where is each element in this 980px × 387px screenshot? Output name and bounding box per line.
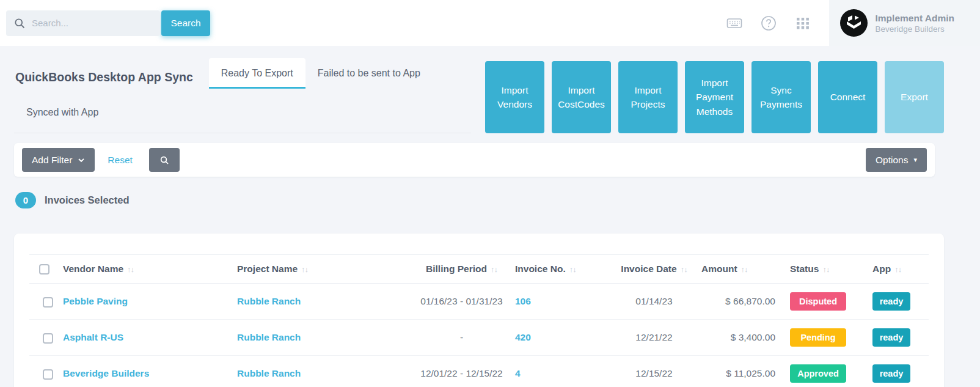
main-content: QuickBooks Desktop App Sync Ready To Exp… <box>0 58 980 387</box>
sort-icon[interactable]: ↑↓ <box>569 265 576 274</box>
import-payment-methods-button[interactable]: Import Payment Methods <box>685 61 744 133</box>
amount-cell: $ 3,400.00 <box>701 320 790 356</box>
import-costcodes-button[interactable]: Import CostCodes <box>552 61 611 133</box>
page-title: QuickBooks Desktop App Sync <box>14 61 209 94</box>
options-label: Options <box>876 155 908 166</box>
invoice-no-link[interactable]: 106 <box>515 296 531 306</box>
user-menu[interactable]: Implement Admin Beveridge Builders <box>829 0 980 46</box>
sort-icon[interactable]: ↑↓ <box>127 265 134 274</box>
billing-period-cell: 12/01/22 - 12/15/22 <box>408 356 515 387</box>
amount-cell: $ 66,870.00 <box>701 284 790 320</box>
search-icon <box>159 155 169 165</box>
app-badge[interactable]: ready <box>872 364 910 383</box>
row-checkbox[interactable] <box>43 369 53 380</box>
import-projects-button[interactable]: Import Projects <box>618 61 678 133</box>
reset-filters-link[interactable]: Reset <box>108 155 133 166</box>
column-amount: Amount↑↓ <box>701 255 790 284</box>
add-filter-label: Add Filter <box>32 155 72 166</box>
import-vendors-button[interactable]: Import Vendors <box>485 61 544 133</box>
invoices-table: Vendor Name↑↓ Project Name↑↓ Billing Per… <box>29 254 929 387</box>
topbar: Search Implement Admin <box>0 0 980 46</box>
invoices-table-card: Vendor Name↑↓ Project Name↑↓ Billing Per… <box>14 234 944 387</box>
status-badge[interactable]: Approved <box>790 364 846 383</box>
sort-icon[interactable]: ↑↓ <box>491 265 497 274</box>
vendor-link[interactable]: Beveridge Builders <box>63 368 149 378</box>
tab-synced-with-app[interactable]: Synced with App <box>14 97 111 128</box>
sort-icon[interactable]: ↑↓ <box>681 265 687 274</box>
column-vendor-name: Vendor Name↑↓ <box>63 255 237 284</box>
export-button[interactable]: Export <box>885 61 944 133</box>
options-dropdown[interactable]: Options ▾ <box>866 148 927 172</box>
chevron-down-icon <box>78 157 85 164</box>
sort-icon[interactable]: ↑↓ <box>301 265 308 274</box>
company-logo-avatar <box>840 9 868 37</box>
user-company: Beveridge Builders <box>876 24 954 34</box>
project-link[interactable]: Rubble Ranch <box>237 368 301 378</box>
billing-period-cell: - <box>408 320 515 356</box>
title-and-tabs: QuickBooks Desktop App Sync Ready To Exp… <box>14 58 471 133</box>
search-icon <box>13 17 26 29</box>
tab-ready-to-export[interactable]: Ready To Export <box>209 58 305 89</box>
global-search: Search <box>6 10 210 36</box>
sort-icon[interactable]: ↑↓ <box>741 265 748 274</box>
table-row: Pebble Paving Rubble Ranch 01/16/23 - 01… <box>29 284 929 320</box>
apps-grid-icon[interactable] <box>795 15 811 31</box>
search-input[interactable] <box>6 10 160 36</box>
sort-icon[interactable]: ↑↓ <box>822 265 829 274</box>
amount-cell: $ 11,025.00 <box>701 356 790 387</box>
invoice-date-cell: 01/14/23 <box>607 284 701 320</box>
table-row: Asphalt R-US Rubble Ranch - 420 12/21/22… <box>29 320 929 356</box>
column-app: App↑↓ <box>872 255 929 284</box>
table-row: Beveridge Builders Rubble Ranch 12/01/22… <box>29 356 929 387</box>
add-filter-dropdown[interactable]: Add Filter <box>22 148 95 172</box>
vendor-link[interactable]: Pebble Paving <box>63 296 128 306</box>
column-project-name: Project Name↑↓ <box>237 255 408 284</box>
invoice-no-link[interactable]: 4 <box>515 368 521 378</box>
page-header: QuickBooks Desktop App Sync Ready To Exp… <box>14 58 944 133</box>
sync-payments-button[interactable]: Sync Payments <box>751 61 811 133</box>
search-button[interactable]: Search <box>161 10 210 36</box>
action-buttons: Import Vendors Import CostCodes Import P… <box>485 58 944 133</box>
sort-icon[interactable]: ↑↓ <box>894 265 901 274</box>
table-header-row: Vendor Name↑↓ Project Name↑↓ Billing Per… <box>29 255 929 284</box>
column-status: Status↑↓ <box>790 255 872 284</box>
user-info: Implement Admin Beveridge Builders <box>876 12 954 33</box>
app-badge[interactable]: ready <box>872 292 910 311</box>
column-billing-period: Billing Period↑↓ <box>408 255 515 284</box>
vendor-link[interactable]: Asphalt R-US <box>63 332 123 342</box>
row-checkbox[interactable] <box>43 297 53 308</box>
invoice-date-cell: 12/15/22 <box>607 356 701 387</box>
topbar-right: Implement Admin Beveridge Builders <box>726 0 980 46</box>
invoice-no-link[interactable]: 420 <box>515 332 531 342</box>
tab-failed-to-be-sent[interactable]: Failed to be sent to App <box>305 58 433 89</box>
select-all-checkbox[interactable] <box>39 264 49 275</box>
project-link[interactable]: Rubble Ranch <box>237 296 301 306</box>
billing-period-cell: 01/16/23 - 01/31/23 <box>408 284 515 320</box>
invoice-date-cell: 12/21/22 <box>607 320 701 356</box>
project-link[interactable]: Rubble Ranch <box>237 332 301 342</box>
help-icon[interactable] <box>761 15 777 31</box>
app-badge[interactable]: ready <box>872 328 910 347</box>
selection-summary: 0 Invoices Selected <box>15 192 944 208</box>
column-invoice-date: Invoice Date↑↓ <box>607 255 701 284</box>
filter-bar: Add Filter Reset Options ▾ <box>14 143 935 177</box>
connect-button[interactable]: Connect <box>818 61 877 133</box>
column-invoice-no: Invoice No.↑↓ <box>515 255 607 284</box>
apply-filter-search-button[interactable] <box>149 148 180 172</box>
selected-count-badge: 0 <box>15 192 36 208</box>
keyboard-icon[interactable] <box>726 15 742 31</box>
status-badge[interactable]: Pending <box>790 328 846 347</box>
row-checkbox[interactable] <box>43 333 53 344</box>
user-name: Implement Admin <box>876 12 954 24</box>
selected-count-label: Invoices Selected <box>45 194 130 206</box>
status-badge[interactable]: Disputed <box>790 292 846 311</box>
caret-down-icon: ▾ <box>913 156 917 164</box>
